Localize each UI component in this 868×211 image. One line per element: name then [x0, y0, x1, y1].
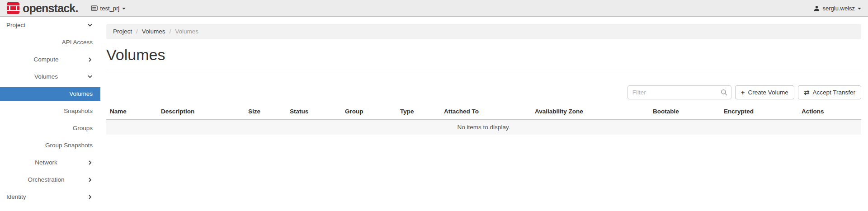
page-header: Volumes [106, 46, 861, 72]
accept-transfer-label: Accept Transfer [812, 89, 855, 96]
breadcrumb-separator: / [136, 28, 138, 35]
search-icon[interactable] [721, 89, 727, 96]
project-list-icon [91, 5, 98, 11]
column-header-availability-zone[interactable]: Availability Zone [531, 107, 649, 120]
column-header-bootable[interactable]: Bootable [649, 107, 720, 120]
user-name-label: sergiu.weisz [822, 5, 855, 12]
chevron-down-icon [87, 74, 93, 80]
chevron-right-icon [87, 160, 93, 165]
empty-table-row: No items to display. [106, 120, 861, 135]
create-volume-label: Create Volume [748, 89, 788, 96]
page-title: Volumes [106, 46, 861, 64]
plus-icon: + [741, 89, 745, 96]
sidebar-nav: Project API Access Compute Volumes Volum… [0, 17, 100, 207]
chevron-down-icon [87, 23, 93, 28]
chevron-right-icon [87, 177, 93, 183]
column-header-group[interactable]: Group [341, 107, 396, 120]
sidebar-item-label: Volumes [34, 73, 58, 80]
openstack-brand[interactable]: openstack. [7, 2, 78, 15]
sidebar-item-network[interactable]: Network [0, 156, 100, 169]
sidebar-item-label: Volumes [69, 90, 93, 97]
column-header-encrypted[interactable]: Encrypted [720, 107, 798, 120]
sidebar-item-label: Project [6, 22, 25, 28]
sidebar-item-groups[interactable]: Groups [0, 122, 100, 135]
sidebar-item-label: API Access [62, 39, 93, 46]
breadcrumb: Project/Volumes/Volumes [106, 24, 861, 39]
caret-down-icon [122, 8, 126, 9]
sidebar-item-orchestration[interactable]: Orchestration [0, 173, 100, 187]
exchange-icon: ⇄ [804, 89, 810, 96]
sidebar-item-label: Groups [73, 125, 93, 131]
user-menu[interactable]: sergiu.weisz [814, 5, 861, 12]
column-header-size[interactable]: Size [245, 107, 286, 120]
sidebar-item-group-snapshots[interactable]: Group Snapshots [0, 139, 100, 152]
chevron-right-icon [87, 194, 93, 200]
sidebar-item-volumes[interactable]: Volumes [0, 87, 100, 101]
sidebar-item-label: Snapshots [64, 108, 93, 114]
column-header-description[interactable]: Description [157, 107, 245, 120]
column-header-type[interactable]: Type [396, 107, 440, 120]
breadcrumb-volumes[interactable]: Volumes [142, 28, 165, 35]
sidebar-item-label: Network [35, 159, 57, 166]
table-header-row: Name Description Size Status Group Type … [106, 107, 861, 120]
column-header-attached-to[interactable]: Attached To [440, 107, 531, 120]
breadcrumb-current: Volumes [175, 28, 198, 35]
create-volume-button[interactable]: + Create Volume [735, 85, 794, 99]
sidebar-item-label: Group Snapshots [45, 142, 93, 149]
breadcrumb-project[interactable]: Project [113, 28, 132, 35]
sidebar-item-label: Compute [34, 56, 59, 63]
sidebar-item-api-access[interactable]: API Access [0, 36, 100, 49]
empty-table-message: No items to display. [106, 120, 861, 135]
top-navbar: openstack. test_prj sergiu.weisz [0, 0, 868, 17]
chevron-right-icon [87, 57, 93, 62]
sidebar-item-identity[interactable]: Identity [0, 190, 100, 204]
caret-down-icon [858, 8, 861, 9]
main-content: Project/Volumes/Volumes Volumes + Create… [100, 17, 868, 135]
volumes-table: Name Description Size Status Group Type … [106, 107, 861, 135]
accept-transfer-button[interactable]: ⇄ Accept Transfer [798, 85, 861, 99]
column-header-name[interactable]: Name [106, 107, 157, 120]
openstack-logo-icon [7, 2, 19, 14]
breadcrumb-separator: / [170, 28, 171, 35]
sidebar-item-volumes-group[interactable]: Volumes [0, 70, 100, 84]
column-header-actions[interactable]: Actions [798, 107, 861, 120]
sidebar-item-project[interactable]: Project [0, 19, 100, 32]
filter-box [627, 85, 731, 99]
column-header-status[interactable]: Status [286, 107, 341, 120]
project-switcher[interactable]: test_prj [91, 5, 126, 12]
sidebar-item-label: Orchestration [28, 176, 64, 183]
sidebar-item-label: Identity [6, 193, 26, 200]
sidebar-item-snapshots[interactable]: Snapshots [0, 104, 100, 118]
filter-input[interactable] [627, 85, 731, 99]
user-icon [814, 5, 820, 11]
project-switcher-label: test_prj [100, 5, 120, 12]
table-toolbar: + Create Volume ⇄ Accept Transfer [106, 85, 861, 99]
sidebar-item-compute[interactable]: Compute [0, 53, 100, 66]
brand-text: openstack. [23, 2, 78, 15]
